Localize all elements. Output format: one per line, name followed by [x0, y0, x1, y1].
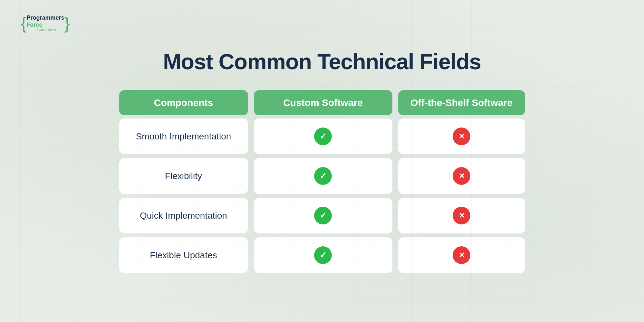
header-custom-software: Custom Software [254, 90, 392, 115]
logo-private-limited: Private Limited [34, 28, 56, 32]
custom-smooth-check [254, 118, 392, 154]
row-gap [119, 233, 525, 237]
comparison-table: Components Custom Software Off-the-Shelf… [119, 90, 525, 273]
header-offshelf-software: Off-the-Shelf Software [398, 90, 525, 115]
logo-force: Force [26, 22, 42, 28]
component-quick-implementation: Quick Implementation [119, 198, 248, 233]
table-row: Flexible Updates [119, 237, 525, 273]
cross-icon [453, 246, 470, 264]
row-gap [119, 194, 525, 198]
custom-quick-check [254, 198, 392, 233]
row-gap [119, 154, 525, 158]
logo-text: ProgrammersForce Private Limited [26, 14, 64, 32]
check-icon [314, 167, 332, 185]
table-row: Quick Implementation [119, 198, 525, 233]
cross-icon [453, 167, 470, 185]
custom-updates-check [254, 237, 392, 273]
offshelf-smooth-check [398, 118, 525, 154]
main-content: Most Common Technical Fields Components … [0, 0, 644, 322]
page-title: Most Common Technical Fields [163, 49, 481, 74]
component-smooth-implementation: Smooth Implementation [119, 118, 248, 154]
table-row: Smooth Implementation [119, 118, 525, 154]
offshelf-flexibility-check [398, 158, 525, 194]
component-flexibility: Flexibility [119, 158, 248, 194]
table-header-row: Components Custom Software Off-the-Shelf… [119, 90, 525, 115]
header-gap-row [119, 115, 525, 118]
logo-brand-name: ProgrammersForce [26, 14, 64, 28]
component-flexible-updates: Flexible Updates [119, 237, 248, 273]
cross-icon [453, 128, 470, 145]
offshelf-quick-check [398, 198, 525, 233]
check-icon [314, 207, 332, 224]
logo: { ProgrammersForce Private Limited } [21, 14, 70, 32]
header-components: Components [119, 90, 248, 115]
cross-icon [453, 207, 470, 224]
table-row: Flexibility [119, 158, 525, 194]
custom-flexibility-check [254, 158, 392, 194]
check-icon [314, 128, 332, 145]
logo-bracket-close: } [64, 15, 70, 32]
check-icon [314, 246, 332, 264]
logo-bracket-open: { [21, 15, 26, 32]
offshelf-updates-check [398, 237, 525, 273]
